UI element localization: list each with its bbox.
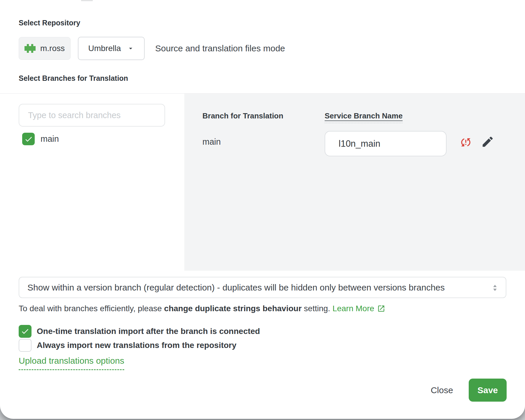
duplicate-strings-select[interactable]: Show within a version branch (regular de… xyxy=(19,277,506,298)
group-dropdown[interactable]: Umbrella xyxy=(78,37,145,60)
group-dropdown-value: Umbrella xyxy=(88,44,121,53)
external-link-icon[interactable] xyxy=(377,304,385,313)
check-icon xyxy=(24,135,33,144)
one-time-import-label: One-time translation import after the br… xyxy=(37,327,260,336)
one-time-import-checkbox[interactable] xyxy=(19,325,32,338)
note-bold: change duplicate strings behaviour xyxy=(164,304,302,313)
select-repository-title: Select Repository xyxy=(19,19,80,27)
branch-search-input[interactable] xyxy=(19,104,165,127)
branch-name: main xyxy=(41,134,59,144)
select-arrows-icon xyxy=(490,283,500,293)
close-button[interactable]: Close xyxy=(419,382,465,399)
sync-problem-icon[interactable] xyxy=(460,136,472,148)
service-branch-input[interactable] xyxy=(325,131,447,156)
one-time-import-option[interactable]: One-time translation import after the br… xyxy=(19,325,260,338)
chevron-down-icon xyxy=(127,45,134,52)
note-suffix: setting. xyxy=(302,304,332,313)
branch-column-header: Branch for Translation xyxy=(202,111,283,120)
repository-chip[interactable]: m.ross xyxy=(19,37,71,60)
always-import-label: Always import new translations from the … xyxy=(37,341,237,350)
learn-more-link[interactable]: Learn More xyxy=(332,304,374,313)
repository-name: m.ross xyxy=(40,44,65,53)
service-branch-column-header: Service Branch Name xyxy=(325,111,402,123)
duplicate-strings-select-value: Show within a version branch (regular de… xyxy=(19,277,506,298)
branch-checkbox[interactable] xyxy=(22,133,35,145)
save-button[interactable]: Save xyxy=(469,379,507,402)
edit-icon[interactable] xyxy=(481,135,494,148)
upload-translations-link[interactable]: Upload translations options xyxy=(19,356,124,370)
branch-list-item[interactable]: main xyxy=(22,133,59,145)
note-prefix: To deal with branches efficiently, pleas… xyxy=(19,304,164,313)
mapped-branch-name: main xyxy=(202,137,221,147)
repository-settings-modal: Select Repository m.ross Umbrella Source… xyxy=(0,0,525,419)
repository-avatar-icon xyxy=(24,44,36,53)
files-mode-label: Source and translation files mode xyxy=(155,37,285,60)
check-icon xyxy=(21,327,29,336)
select-branches-title: Select Branches for Translation xyxy=(19,74,128,83)
cropped-top-artifact xyxy=(81,0,93,1)
duplicates-note: To deal with branches efficiently, pleas… xyxy=(19,304,385,313)
always-import-checkbox[interactable] xyxy=(19,339,32,352)
always-import-option[interactable]: Always import new translations from the … xyxy=(19,339,237,352)
